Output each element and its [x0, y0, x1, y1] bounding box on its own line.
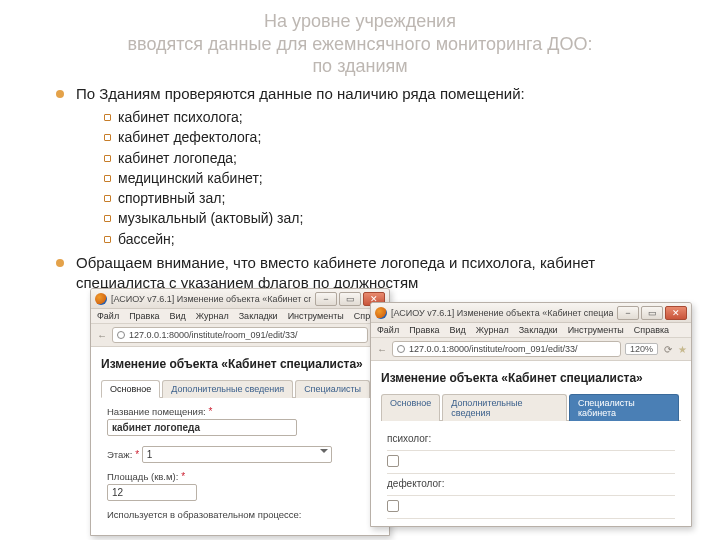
bullet-2: Обращаем внимание, что вместо кабинете л…	[56, 253, 664, 292]
title-line3: по зданиям	[312, 56, 407, 76]
check-row: дефектолог:	[387, 474, 675, 496]
tab-extra[interactable]: Дополнительные сведения	[162, 380, 293, 398]
url-text: 127.0.0.1:8000/institute/room_091/edit/3…	[409, 344, 578, 354]
label-floor: Этаж:	[107, 449, 132, 460]
page-heading: Изменение объекта «Кабинет специалиста»	[101, 357, 379, 371]
page-content: Изменение объекта «Кабинет специалиста» …	[371, 361, 691, 527]
menu-item[interactable]: Файл	[377, 325, 399, 335]
minimize-button[interactable]: −	[617, 306, 639, 320]
menu-item[interactable]: Справка	[634, 325, 669, 335]
sub-item: медицинский кабинет;	[104, 168, 664, 188]
titlebar: [АСИОУ v7.6.1] Изменение объекта «Кабине…	[371, 303, 691, 323]
select-floor[interactable]	[142, 446, 332, 463]
slide-body: По Зданиям проверяются данные по наличию…	[0, 84, 720, 293]
title-line1: На уровне учреждения	[264, 11, 456, 31]
urlbar: ← 127.0.0.1:8000/institute/room_091/edit…	[371, 338, 691, 361]
check-row-box	[387, 496, 675, 519]
close-button[interactable]: ✕	[665, 306, 687, 320]
tab-main[interactable]: Основное	[101, 380, 160, 398]
specialists-checklist: психолог: дефектолог: логопед:	[381, 421, 681, 527]
sub-list: кабинет психолога; кабинет дефектолога; …	[76, 107, 664, 249]
checkbox-defectologist[interactable]	[387, 500, 399, 512]
refresh-button[interactable]: ⟳	[662, 343, 674, 355]
check-row: психолог:	[387, 429, 675, 451]
menu-item[interactable]: Вид	[170, 311, 186, 321]
sub-item: бассейн;	[104, 229, 664, 249]
chevron-down-icon	[320, 449, 328, 457]
menu-item[interactable]: Журнал	[476, 325, 509, 335]
back-button[interactable]: ←	[96, 329, 108, 341]
sub-item: кабинет психолога;	[104, 107, 664, 127]
sub-item: музыкальный (актовый) зал;	[104, 208, 664, 228]
url-text: 127.0.0.1:8000/institute/room_091/edit/3…	[129, 330, 298, 340]
menubar: Файл Правка Вид Журнал Закладки Инструме…	[371, 323, 691, 338]
field-edu: Используется в образовательном процессе:	[107, 509, 373, 520]
bullet-1-text: По Зданиям проверяются данные по наличию…	[76, 85, 525, 102]
menu-item[interactable]: Правка	[409, 325, 439, 335]
check-row: логопед:	[387, 519, 675, 527]
globe-icon	[117, 331, 125, 339]
tabs: Основное Дополнительные сведения Специал…	[101, 379, 379, 398]
browser-window-left: [АСИОУ v7.6.1] Изменение объекта «Кабине…	[90, 288, 390, 536]
page-heading: Изменение объекта «Кабинет специалиста»	[381, 371, 681, 385]
label-edu: Используется в образовательном процессе:	[107, 509, 302, 520]
title-line2: вводятся данные для ежемнсячного монитор…	[128, 34, 593, 54]
screenshots-area: [АСИОУ v7.6.1] Изменение объекта «Кабине…	[90, 288, 690, 538]
required-marker: *	[135, 449, 139, 460]
bullet-1: По Зданиям проверяются данные по наличию…	[56, 84, 664, 250]
label-area: Площадь (кв.м):	[107, 471, 178, 482]
firefox-icon	[95, 293, 107, 305]
tab-extra[interactable]: Дополнительные сведения	[442, 394, 567, 421]
titlebar: [АСИОУ v7.6.1] Изменение объекта «Кабине…	[91, 289, 389, 309]
back-button[interactable]: ←	[376, 343, 388, 355]
bookmark-icon[interactable]: ★	[678, 344, 686, 354]
slide-title: На уровне учреждения вводятся данные для…	[0, 0, 720, 84]
field-floor: Этаж: *	[107, 444, 373, 463]
required-marker: *	[181, 471, 185, 482]
check-label: дефектолог:	[387, 478, 444, 489]
menu-item[interactable]: Правка	[129, 311, 159, 321]
urlbar: ← 127.0.0.1:8000/institute/room_091/edit…	[91, 324, 389, 347]
check-label: логопед:	[387, 523, 427, 527]
input-name[interactable]	[107, 419, 297, 436]
menu-item[interactable]: Инструменты	[568, 325, 624, 335]
field-area: Площадь (кв.м): *	[107, 471, 373, 501]
sub-item: спортивный зал;	[104, 188, 664, 208]
input-area[interactable]	[107, 484, 197, 501]
tab-specialists[interactable]: Специалисты	[295, 380, 370, 398]
zoom-indicator[interactable]: 120%	[625, 343, 658, 355]
label-name: Название помещения:	[107, 406, 206, 417]
globe-icon	[397, 345, 405, 353]
minimize-button[interactable]: −	[315, 292, 337, 306]
menu-item[interactable]: Закладки	[519, 325, 558, 335]
menu-item[interactable]: Файл	[97, 311, 119, 321]
required-marker: *	[208, 406, 212, 417]
tabs: Основное Дополнительные сведения Специал…	[381, 393, 681, 421]
maximize-button[interactable]: ▭	[641, 306, 663, 320]
check-label: психолог:	[387, 433, 431, 444]
page-content: Изменение объекта «Кабинет специалиста» …	[91, 347, 389, 536]
menu-item[interactable]: Журнал	[196, 311, 229, 321]
url-field[interactable]: 127.0.0.1:8000/institute/room_091/edit/3…	[112, 327, 368, 343]
maximize-button[interactable]: ▭	[339, 292, 361, 306]
menu-item[interactable]: Закладки	[239, 311, 278, 321]
form: Название помещения: * Этаж: * Площадь (к…	[101, 398, 379, 536]
window-title: [АСИОУ v7.6.1] Изменение объекта «Кабине…	[111, 294, 311, 304]
url-field[interactable]: 127.0.0.1:8000/institute/room_091/edit/3…	[392, 341, 621, 357]
menu-item[interactable]: Инструменты	[288, 311, 344, 321]
menu-item[interactable]: Вид	[450, 325, 466, 335]
tab-specialists[interactable]: Специалисты кабинета	[569, 394, 679, 421]
sub-item: кабинет дефектолога;	[104, 127, 664, 147]
field-name: Название помещения: *	[107, 406, 373, 436]
firefox-icon	[375, 307, 387, 319]
sub-item: кабинет логопеда;	[104, 148, 664, 168]
check-row-box	[387, 451, 675, 474]
checkbox-psychologist[interactable]	[387, 455, 399, 467]
window-title: [АСИОУ v7.6.1] Изменение объекта «Кабине…	[391, 308, 613, 318]
menubar: Файл Правка Вид Журнал Закладки Инструме…	[91, 309, 389, 324]
browser-window-right: [АСИОУ v7.6.1] Изменение объекта «Кабине…	[370, 302, 692, 527]
tab-main[interactable]: Основное	[381, 394, 440, 421]
